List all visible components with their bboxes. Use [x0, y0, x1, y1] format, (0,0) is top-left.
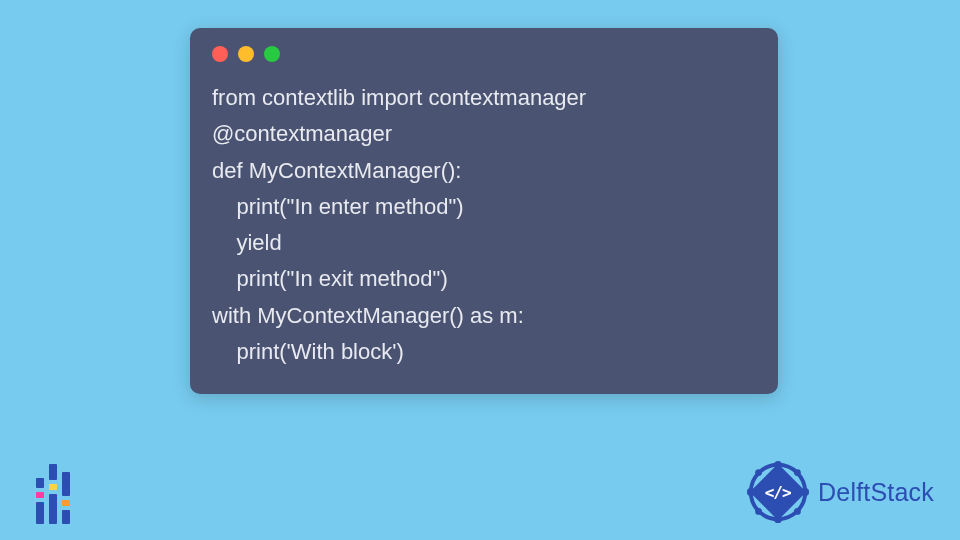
brand-mark: </> DelftStack	[744, 458, 934, 526]
minimize-icon	[238, 46, 254, 62]
svg-point-8	[794, 508, 801, 515]
maximize-icon	[264, 46, 280, 62]
svg-point-7	[755, 508, 762, 515]
code-block: from contextlib import contextmanager @c…	[212, 80, 756, 370]
code-line: with MyContextManager() as m:	[212, 303, 524, 328]
code-line: from contextlib import contextmanager	[212, 85, 586, 110]
svg-point-6	[794, 469, 801, 476]
site-logo-icon	[36, 466, 82, 524]
window-traffic-lights	[212, 46, 756, 62]
code-line: print("In enter method")	[212, 194, 464, 219]
code-line: def MyContextManager():	[212, 158, 461, 183]
code-line: @contextmanager	[212, 121, 392, 146]
code-glyph-icon: </>	[765, 483, 791, 502]
code-window: from contextlib import contextmanager @c…	[190, 28, 778, 394]
svg-point-5	[755, 469, 762, 476]
code-line: yield	[212, 230, 282, 255]
brand-badge-icon: </>	[744, 458, 812, 526]
brand-name: DelftStack	[818, 478, 934, 507]
code-line: print('With block')	[212, 339, 404, 364]
close-icon	[212, 46, 228, 62]
code-line: print("In exit method")	[212, 266, 448, 291]
